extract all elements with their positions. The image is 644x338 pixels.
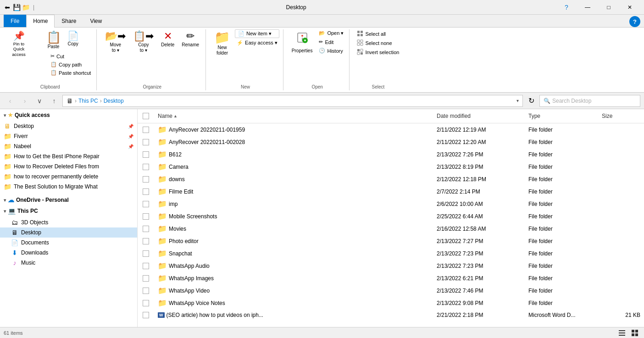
copy-path-button[interactable]: 📋 Copy path	[49, 61, 93, 68]
header-checkbox[interactable]	[143, 113, 149, 119]
sidebar-item-recover-deleted[interactable]: 📁 How to Recover Deleted Files from	[0, 161, 137, 172]
table-row[interactable]: 📁 Camera 2/13/2022 8:19 PM File folder	[138, 161, 644, 173]
tab-file[interactable]: File	[4, 15, 26, 27]
search-box[interactable]: 🔍 Search Desktop	[539, 95, 640, 107]
table-row[interactable]: 📁 Movies 2/16/2022 12:58 AM File folder	[138, 222, 644, 235]
table-row[interactable]: 📁 downs 2/12/2022 12:18 PM File folder	[138, 173, 644, 185]
maximize-button[interactable]: □	[598, 0, 619, 15]
table-row[interactable]: 📁 WhatsApp Video 2/13/2022 7:46 PM File …	[138, 284, 644, 297]
svg-rect-6	[357, 31, 360, 33]
table-row[interactable]: 📁 imp 2/6/2022 10:00 AM File folder	[138, 198, 644, 210]
header-name[interactable]: Name ▲	[154, 111, 433, 121]
tab-home[interactable]: Home	[26, 15, 55, 28]
sidebar-item-migrate[interactable]: 📁 The Best Solution to Migrate What	[0, 182, 137, 192]
table-row[interactable]: 📁 Mobile Screenshots 2/25/2022 6:44 AM F…	[138, 210, 644, 222]
row-checkbox[interactable]	[143, 164, 149, 170]
pin-to-quick-access-button[interactable]: 📌 Pin to Quickaccess	[7, 29, 30, 59]
table-row[interactable]: 📁 Snapchat 2/13/2022 7:23 PM File folder	[138, 247, 644, 260]
row-checkbox[interactable]	[143, 250, 149, 257]
tab-share[interactable]: Share	[55, 15, 83, 27]
table-row[interactable]: 📁 WhatsApp Images 2/13/2022 6:21 PM File…	[138, 272, 644, 284]
row-checkbox[interactable]	[143, 300, 149, 306]
new-item-button[interactable]: 📄 New item ▾	[235, 29, 279, 38]
sidebar-item-fiverr[interactable]: 📁 Fiverr 📌	[0, 131, 137, 141]
row-checkbox[interactable]	[143, 139, 149, 145]
row-checkbox[interactable]	[143, 275, 149, 282]
details-view-button[interactable]	[616, 327, 627, 338]
breadcrumb-this-pc[interactable]: This PC	[78, 98, 98, 104]
row-checkbox[interactable]	[143, 176, 149, 183]
properties-button[interactable]: Properties	[289, 29, 316, 55]
back-button[interactable]: ‹	[4, 94, 17, 107]
header-size[interactable]: Size	[598, 111, 644, 121]
table-row[interactable]: 📁 WhatsApp Voice Notes 2/13/2022 9:08 PM…	[138, 297, 644, 309]
delete-button[interactable]: ✕ Delete	[158, 29, 177, 50]
edit-button[interactable]: ✏ Edit	[317, 38, 345, 46]
pin-badge-fiverr: 📌	[128, 134, 133, 139]
open-items: Properties 📂 Open ▾ ✏ Edit 🕒 History	[289, 29, 346, 90]
row-checkbox[interactable]	[143, 127, 149, 133]
new-folder-button[interactable]: 📁 Newfolder	[211, 29, 233, 58]
quick-access-header[interactable]: ▾ ★ Quick access	[0, 109, 137, 119]
sidebar-item-iphone-repair[interactable]: 📁 How to Get the Best iPhone Repair	[0, 151, 137, 161]
close-button[interactable]: ✕	[619, 0, 640, 15]
onedrive-header[interactable]: ▾ ☁ OneDrive - Personal	[0, 194, 137, 205]
row-checkbox[interactable]	[143, 288, 149, 294]
table-row[interactable]: 📁 B612 2/13/2022 7:26 PM File folder	[138, 148, 644, 161]
file-name-text: (SEO article) how to put videos on iph..…	[167, 312, 263, 318]
easy-access-button[interactable]: ⚡ Easy access ▾	[235, 39, 279, 47]
sidebar-item-downloads[interactable]: ⬇ Downloads	[0, 248, 137, 258]
sidebar-item-3d-objects[interactable]: 🗂 3D Objects	[0, 217, 137, 227]
copy-icon: 📄	[67, 31, 79, 40]
this-pc-header[interactable]: ▾ 💻 This PC	[0, 205, 137, 216]
select-none-button[interactable]: Select none	[355, 39, 401, 48]
tab-view[interactable]: View	[83, 15, 109, 27]
sidebar-item-documents[interactable]: 📄 Documents	[0, 238, 137, 248]
recent-locations-button[interactable]: ∨	[33, 94, 46, 107]
row-checkbox[interactable]	[143, 151, 149, 158]
header-date[interactable]: Date modified	[433, 111, 525, 121]
invert-selection-button[interactable]: Invert selection	[355, 48, 401, 57]
row-checkbox[interactable]	[143, 188, 149, 195]
row-checkbox[interactable]	[143, 226, 149, 232]
rename-button[interactable]: ✏ Rename	[179, 29, 202, 50]
help-button[interactable]: ?	[629, 16, 640, 27]
cut-button[interactable]: ✂ Cut	[49, 52, 93, 60]
table-row[interactable]: 📁 WhatsApp Audio 2/13/2022 7:23 PM File …	[138, 260, 644, 272]
sidebar-item-nabeel[interactable]: 📁 Nabeel 📌	[0, 141, 137, 151]
open-button[interactable]: 📂 Open ▾	[317, 29, 345, 37]
sidebar-item-desktop-quick[interactable]: 🖥 Desktop 📌	[0, 121, 137, 131]
breadcrumb[interactable]: 🖥 › This PC › Desktop ▾	[62, 95, 523, 107]
row-checkbox[interactable]	[143, 263, 149, 269]
sidebar-item-desktop-pc[interactable]: 🖥 Desktop	[0, 227, 137, 238]
table-row[interactable]: 📁 Photo editor 2/13/2022 7:27 PM File fo…	[138, 235, 644, 247]
copy-to-button[interactable]: 📋➡ Copyto ▾	[130, 29, 156, 55]
header-type[interactable]: Type	[525, 111, 598, 121]
row-checkbox[interactable]	[143, 238, 149, 244]
paste-shortcut-button[interactable]: 📋 Paste shortcut	[49, 69, 93, 77]
file-type-cell: File folder	[525, 175, 598, 183]
row-checkbox[interactable]	[143, 201, 149, 207]
move-to-button[interactable]: 📂➡ Moveto ▾	[102, 29, 128, 55]
table-row[interactable]: 📁 AnyRecover 20220211-001959 2/11/2022 1…	[138, 123, 644, 136]
row-checkbox[interactable]	[143, 213, 149, 220]
sidebar-item-recover-perm[interactable]: 📁 how to recover permanently delete	[0, 172, 137, 182]
up-button[interactable]: ↑	[48, 94, 61, 107]
copy-button[interactable]: 📄 Copy	[65, 29, 82, 49]
minimize-button[interactable]: —	[577, 0, 598, 15]
table-row[interactable]: 📁 AnyRecover 20220211-002028 2/11/2022 1…	[138, 136, 644, 148]
table-row[interactable]: W (SEO article) how to put videos on iph…	[138, 309, 644, 321]
table-row[interactable]: 📁 Filme Edit 2/7/2022 2:14 PM File folde…	[138, 185, 644, 198]
select-all-button[interactable]: Select all	[355, 29, 401, 39]
breadcrumb-desktop[interactable]: Desktop	[104, 98, 124, 104]
forward-button[interactable]: ›	[18, 94, 31, 107]
refresh-button[interactable]: ↻	[525, 94, 538, 107]
sidebar-item-music[interactable]: ♪ Music	[0, 258, 137, 268]
file-size-cell: 21 KB	[598, 311, 644, 319]
help-title-button[interactable]: ?	[556, 0, 577, 15]
history-button[interactable]: 🕒 History	[317, 47, 345, 55]
row-checkbox[interactable]	[143, 312, 149, 318]
breadcrumb-dropdown-button[interactable]: ▾	[516, 98, 519, 103]
paste-button[interactable]: 📋 Paste	[44, 29, 64, 51]
large-icons-view-button[interactable]	[629, 327, 640, 338]
